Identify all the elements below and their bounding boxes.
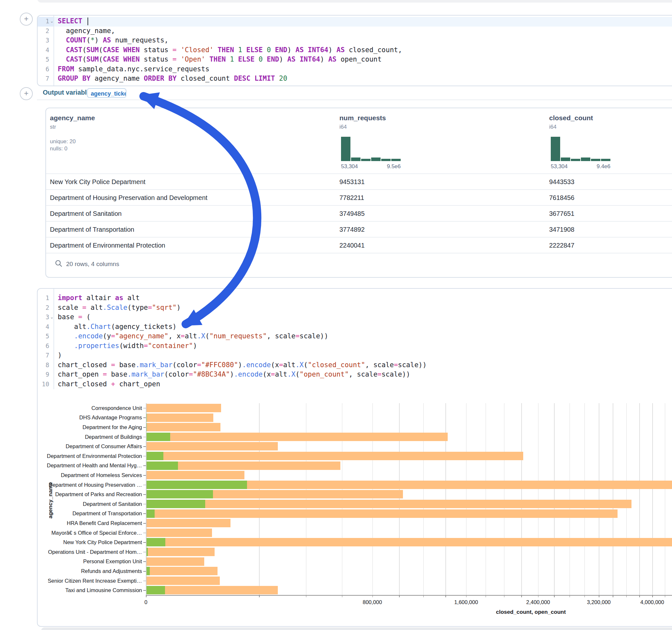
x-axis-tick [554,595,555,597]
table-cell: 7618456 [549,190,574,206]
y-axis-tick [143,552,146,553]
output-variable-label: Output variable: [43,89,92,96]
y-axis-label: Department of Buildings [45,434,142,440]
histogram-range-labels: 53,3049.4e6 [551,163,610,170]
column-header-closed_count[interactable]: closed_counti64 [549,114,666,130]
y-axis-tick [143,533,146,533]
x-axis-tick [652,595,653,597]
table-row[interactable]: Department of Environmental Protection22… [46,237,672,253]
histogram-range-labels: 53,3049.5e6 [341,163,401,170]
table-cell: Department of Sanitation [50,206,122,222]
y-axis-line [146,403,146,595]
gridline [504,403,505,595]
y-axis-label: Department of Housing Preservation … [45,482,142,488]
code-line: GROUP BY agency_name ORDER BY closed_cou… [58,74,672,83]
sql-line-numbers: 1234567 [38,17,49,83]
y-axis-tick [143,504,146,505]
x-axis-tick [466,595,467,597]
collapse-chevron-icon[interactable]: ⌄ [50,314,54,319]
x-axis-tick [146,595,146,597]
y-axis-tick [143,456,146,457]
bar-closed_count [146,529,212,537]
x-axis-tick [613,595,613,597]
y-axis-label: Department of Consumer Affairs [45,443,142,449]
x-axis-tick [504,595,505,597]
table-cell: 3471908 [549,222,574,238]
gridline [599,403,599,595]
gridline [446,403,446,595]
y-axis-label: Refunds and Adjustments [45,568,142,574]
plus-icon: + [24,89,28,98]
column-header-agency_name[interactable]: agency_namestr [50,114,167,130]
collapse-chevron-icon[interactable]: ⌄ [50,19,54,24]
y-axis-tick [143,581,146,581]
bar-closed_count [146,452,523,460]
sql-cell: 1234567 SELECT agency_name, COUNT(*) AS … [37,15,672,86]
add-cell-button-top[interactable]: + [20,13,33,26]
y-axis-label: Department of Homeless Services [45,472,142,478]
text-caret [88,18,88,25]
table-row[interactable]: Department of Sanitation37494853677651 [46,205,672,222]
x-axis-tick-label: 1,600,000 [443,599,489,605]
table-cell: Department of Housing Preservation and D… [50,190,208,206]
bar-closed_count [146,442,278,451]
x-axis-tick [626,595,627,597]
gridline [521,403,522,595]
table-row[interactable]: New York City Police Department945313194… [46,173,672,190]
search-icon[interactable] [54,259,63,268]
code-line: agency_name, [58,26,672,36]
code-line: SELECT [58,17,672,26]
y-axis-label: Department of Transportation [45,510,142,516]
bar-open_count [146,452,163,460]
table-cell: 7782211 [339,190,364,206]
output-variable-input[interactable]: agency_tickets [87,88,126,98]
y-axis-label: Department for the Aging [45,424,142,430]
x-axis-tick [599,595,599,597]
bar-closed_count [146,433,448,441]
gridline [399,403,400,595]
bar-closed_count [146,538,672,547]
x-axis-tick [538,595,539,597]
add-cell-button-middle[interactable]: + [20,87,33,100]
x-axis-tick-label: 0 [123,599,169,605]
table-row[interactable]: Department of Housing Preservation and D… [46,189,672,206]
bar-closed_count [146,471,244,479]
x-axis-tick [373,595,373,597]
result-table-card: agency_namestrunique: 20nulls: 0num_requ… [45,107,672,278]
code-line: CAST(SUM(CASE WHEN status = 'Closed' THE… [58,45,672,55]
gridline [423,403,424,595]
x-axis-tick [259,595,260,597]
bar-closed_count [146,557,204,566]
code-line: COUNT(*) AS num_requests, [58,35,672,45]
column-header-num_requests[interactable]: num_requestsi64 [339,114,456,130]
gridline [342,403,343,595]
table-cell: 2240041 [339,238,365,253]
gridline [626,403,627,595]
y-axis-tick [143,513,146,514]
sql-code-editor[interactable]: SELECT agency_name, COUNT(*) AS num_requ… [58,17,672,83]
code-line: FROM sample_data.nyc.service_requests [58,65,672,74]
bar-open_count [146,500,205,508]
y-axis-tick [143,475,146,476]
y-axis-tick [143,437,146,437]
gridline [554,403,555,595]
y-axis-tick [143,427,146,428]
bar-closed_count [146,577,220,585]
x-axis-tick [306,595,307,597]
plus-icon: + [24,14,28,23]
table-cell: 3774892 [339,222,365,238]
y-axis-tick [143,523,146,524]
previous-cell-fragment [37,0,672,3]
table-row[interactable]: Department of Transportation377489234719… [46,221,672,238]
y-axis-tick [143,408,146,409]
gridline [639,403,640,595]
bar-closed_count [146,404,221,412]
bar-closed_count [146,500,631,508]
y-axis-label: Personal Exemption Unit [45,558,142,564]
x-axis-tick [584,595,585,597]
bar-closed_count [146,519,231,527]
x-axis-tick [446,595,446,597]
bar-open_count [146,538,165,547]
y-axis-tick [143,465,146,466]
x-axis-tick [423,595,424,597]
